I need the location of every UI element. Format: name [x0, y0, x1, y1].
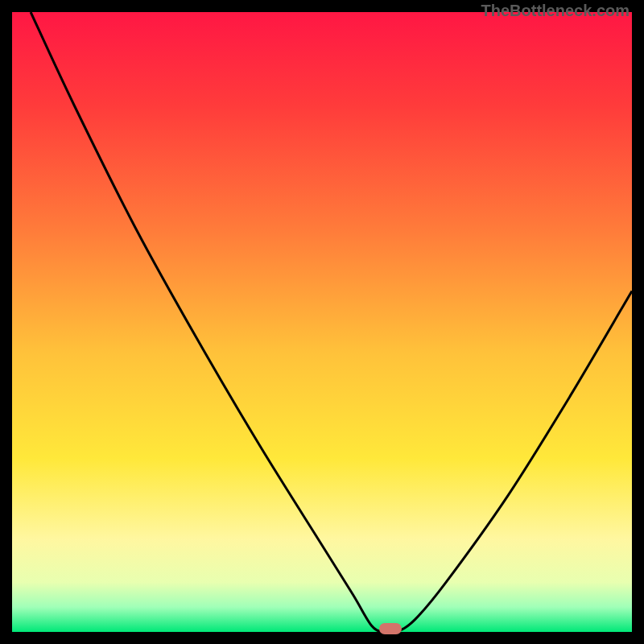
watermark-text: TheBottleneck.com — [481, 2, 630, 20]
chart-container — [12, 12, 632, 632]
optimal-marker — [379, 623, 402, 634]
bottleneck-curve — [12, 12, 632, 632]
